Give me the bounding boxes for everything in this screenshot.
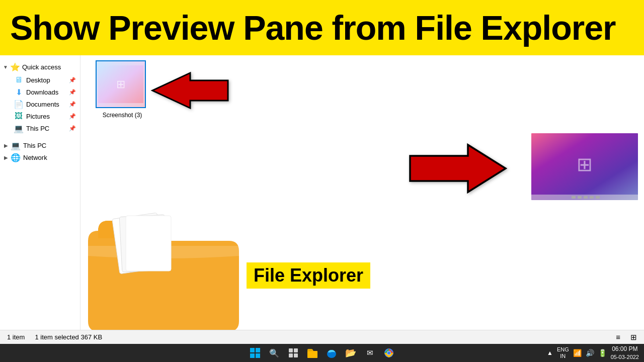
mail-button[interactable]: ✉ [363,346,377,360]
clock[interactable]: 06:00 PM 05-03-2022 [611,345,639,360]
system-tray: ▲ ENG IN 📶 🔊 🔋 06:00 PM 05-03-2022 [547,345,639,360]
pin-icon-pictures: 📌 [69,113,76,120]
taskbar-center: 🔍 📂 ✉ [248,346,396,360]
status-bar: 1 item 1 item selected 367 KB ≡ ⊞ [0,330,644,344]
documents-label: Documents [26,101,59,108]
sidebar-item-pictures[interactable]: 🖼 Pictures 📌 [0,110,80,122]
svg-rect-13 [590,196,594,199]
screenshot-preview-svg: ⊞ [98,65,143,103]
volume-icon[interactable]: 🔊 [586,349,594,357]
arrow-left-indicator [150,70,230,113]
sidebar: ▼ ⭐ Quick access 🖥 Desktop 📌 ⬇ Downloads… [0,55,80,344]
svg-rect-11 [578,196,582,199]
selected-info: 1 item selected 367 KB [35,333,102,341]
svg-rect-22 [289,353,293,357]
desktop-label: Desktop [26,76,50,84]
desktop-folder-icon: 🖥 [14,75,23,84]
chevron-right-icon-network: ▶ [4,155,8,160]
svg-rect-16 [256,348,260,352]
pictures-folder-icon: 🖼 [14,112,23,121]
svg-rect-19 [289,348,293,352]
sidebar-item-desktop[interactable]: 🖥 Desktop 📌 [0,74,80,86]
tray-expand-icon[interactable]: ▲ [547,349,553,356]
svg-rect-15 [250,348,255,352]
banner-title: Show Preview Pane from File Explorer [10,11,616,45]
network-icon: 🌐 [11,153,20,162]
arrow-left-svg [150,70,230,111]
svg-rect-18 [256,353,260,358]
svg-text:⊞: ⊞ [577,154,593,175]
file-explorer-label: File Explorer [247,262,370,289]
windows-logo-icon [250,347,261,358]
chrome-button[interactable] [382,346,396,360]
this-pc-tree-icon: 💻 [11,141,20,150]
svg-marker-6 [410,145,506,192]
wifi-icon[interactable]: 📶 [573,349,582,357]
this-pc-label: This PC [26,125,49,132]
this-pc-tree-label: This PC [23,142,46,149]
downloads-folder-icon: ⬇ [14,87,23,97]
star-icon: ⭐ [10,62,20,72]
documents-folder-icon: 📄 [14,100,23,109]
svg-marker-2 [152,73,228,108]
date-display: 05-03-2022 [611,353,639,360]
svg-rect-20 [294,348,298,352]
svg-rect-23 [307,351,317,358]
sidebar-item-downloads[interactable]: ⬇ Downloads 📌 [0,86,80,98]
svg-rect-14 [596,196,600,199]
sidebar-item-documents[interactable]: 📄 Documents 📌 [0,98,80,110]
pin-icon-downloads: 📌 [69,89,76,96]
screenshot-label: Screenshot (3) [90,112,155,119]
item-count: 1 item [7,333,25,341]
arrow-right-indicator [408,141,508,198]
sidebar-item-this-pc-tree[interactable]: ▶ 💻 This PC [0,139,80,151]
svg-rect-21 [294,353,298,357]
time-display: 06:00 PM [611,345,639,353]
screenshot-thumbnail[interactable]: ⊞ [96,60,146,108]
sidebar-item-this-pc-pinned[interactable]: 💻 This PC 📌 [0,122,80,134]
language-indicator[interactable]: ENG IN [557,346,569,359]
preview-image-svg: ⊞ [531,133,638,206]
folder-large-icon [83,191,244,341]
quick-access-header[interactable]: ▼ ⭐ Quick access [0,60,80,74]
main-area: ▼ ⭐ Quick access 🖥 Desktop 📌 ⬇ Downloads… [0,55,644,344]
quick-access-label: Quick access [22,63,61,71]
start-button[interactable] [248,346,262,360]
preview-pane-thumbnail: ⊞ [531,133,638,208]
sidebar-item-network[interactable]: ▶ 🌐 Network [0,151,80,163]
view-list-icon[interactable]: ≡ [616,333,620,341]
edge-icon [326,347,337,358]
task-view-button[interactable] [286,346,300,360]
chevron-right-icon-thispc: ▶ [4,143,8,148]
folder-button[interactable]: 📂 [344,346,358,360]
this-pc-icon: 💻 [14,124,23,133]
task-view-icon [288,348,298,358]
search-button[interactable]: 🔍 [267,346,281,360]
file-explorer-taskbar-button[interactable] [305,346,319,360]
pin-icon-documents: 📌 [69,101,76,108]
svg-rect-17 [250,353,255,358]
downloads-label: Downloads [26,88,58,96]
pictures-label: Pictures [26,113,50,120]
view-grid-icon[interactable]: ⊞ [630,333,637,342]
svg-rect-10 [572,196,576,199]
pin-icon-this-pc: 📌 [69,125,76,132]
chrome-icon [384,348,394,358]
title-banner: Show Preview Pane from File Explorer [0,0,644,55]
folder-illustration-svg [83,191,244,341]
svg-rect-5 [126,216,171,271]
arrow-right-svg [408,141,508,196]
network-label: Network [23,154,47,161]
file-explorer-taskbar-icon [307,347,318,358]
svg-text:⊞: ⊞ [116,78,125,90]
chevron-down-icon: ▼ [3,64,8,70]
svg-point-27 [387,351,391,355]
file-area: ⊞ Screenshot (3) [80,55,644,344]
pin-icon: 📌 [69,77,76,83]
taskbar: 🔍 📂 ✉ [0,344,644,362]
battery-icon[interactable]: 🔋 [598,349,607,357]
edge-button[interactable] [325,346,339,360]
svg-rect-12 [584,196,588,199]
